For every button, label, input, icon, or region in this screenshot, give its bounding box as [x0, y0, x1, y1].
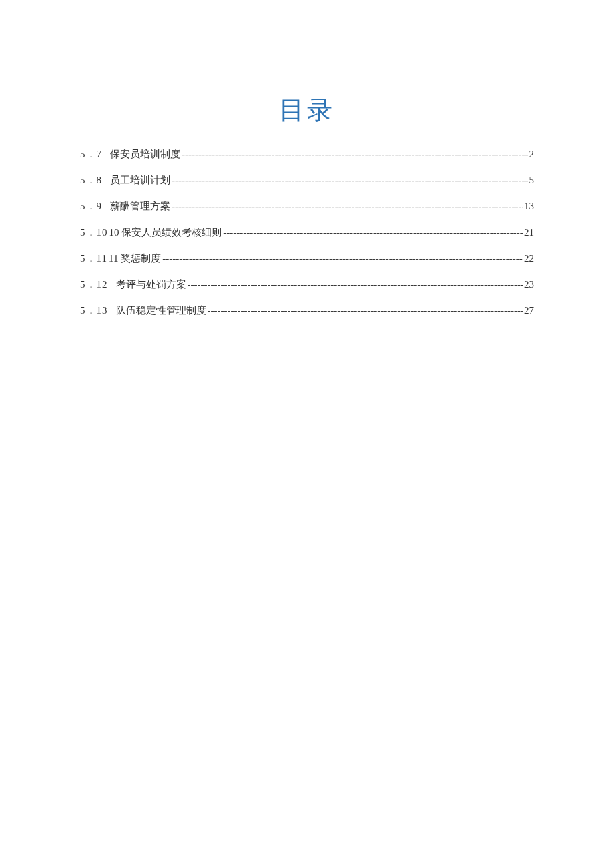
toc-label: 考评与处罚方案: [116, 278, 186, 292]
toc-leader: ----------------------------------------…: [172, 173, 528, 187]
toc-item: 5．1111 奖惩制度-----------------------------…: [80, 252, 534, 266]
toc-leader: ----------------------------------------…: [172, 199, 523, 213]
toc-title: 目录: [80, 93, 534, 127]
toc-item: 5．8员工培训计划-------------------------------…: [80, 173, 534, 187]
toc-page-number: 22: [524, 252, 534, 266]
toc-label: 保安员培训制度: [110, 147, 180, 161]
toc-leader: ----------------------------------------…: [182, 147, 528, 161]
toc-number: 5．7: [80, 147, 102, 161]
toc-number: 5．9: [80, 199, 102, 213]
toc-page-number: 23: [524, 278, 534, 292]
toc-page-number: 5: [529, 173, 535, 187]
toc-number: 5．12: [80, 278, 108, 292]
toc-leader: ----------------------------------------…: [208, 304, 523, 318]
toc-label: 队伍稳定性管理制度: [116, 304, 206, 318]
toc-label: 11 奖惩制度: [109, 252, 161, 266]
toc-number: 5．10: [80, 226, 108, 240]
toc-number: 5．8: [80, 173, 102, 187]
document-page: 目录 5．7保安员培训制度---------------------------…: [0, 0, 614, 318]
toc-number: 5．11: [80, 252, 107, 266]
toc-item: 5．7保安员培训制度------------------------------…: [80, 147, 534, 161]
toc-item: 5．12考评与处罚方案-----------------------------…: [80, 278, 534, 292]
toc-page-number: 21: [524, 226, 534, 240]
toc-leader: ----------------------------------------…: [188, 278, 523, 292]
toc-leader: ----------------------------------------…: [162, 252, 523, 266]
toc-label: 员工培训计划: [110, 173, 170, 187]
toc-item: 5．9薪酬管理方案-------------------------------…: [80, 199, 534, 213]
toc-number: 5．13: [80, 304, 108, 318]
toc-item: 5．13队伍稳定性管理制度---------------------------…: [80, 304, 534, 318]
toc-page-number: 13: [524, 199, 534, 213]
toc-label: 10 保安人员绩效考核细则: [109, 226, 222, 240]
toc-page-number: 27: [524, 304, 534, 318]
toc-page-number: 2: [529, 147, 535, 161]
toc-label: 薪酬管理方案: [110, 199, 170, 213]
toc-item: 5．1010 保安人员绩效考核细则-----------------------…: [80, 226, 534, 240]
toc-list: 5．7保安员培训制度------------------------------…: [80, 147, 534, 318]
toc-leader: ----------------------------------------…: [223, 226, 523, 240]
